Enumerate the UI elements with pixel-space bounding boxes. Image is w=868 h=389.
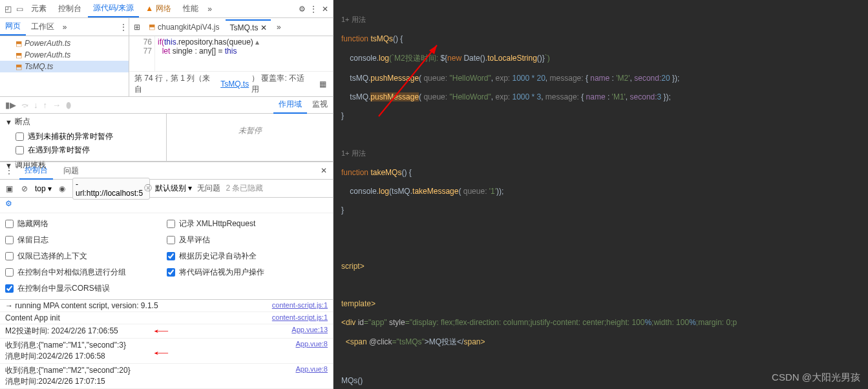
console-settings: 隐藏网络 保留日志 仅限已选择的上下文 在控制台中对相似消息进行分组 在控制台中… — [0, 213, 333, 300]
drawer-issues[interactable]: 问题 — [58, 163, 84, 179]
settings-icon[interactable]: ⚙ — [0, 198, 333, 213]
kebab-icon[interactable]: ⋮ — [118, 22, 129, 32]
nav-icon[interactable]: ⊞ — [132, 22, 142, 32]
log-source-link[interactable]: App.vue:8 — [290, 365, 328, 373]
sources-content: ⬒PowerAuth.ts ⬒PowerAuth.ts ⬒TsMQ.ts 767… — [0, 36, 333, 97]
bp-caught[interactable]: 在遇到异常时暂停 — [0, 143, 166, 157]
drawer-tabs: ⋮ 控制台 问题 ✕ — [0, 162, 333, 180]
kebab-icon[interactable]: ⋮ — [4, 165, 14, 176]
log-row[interactable]: → running MPA content script, version: 9… — [0, 300, 333, 312]
watermark: CSDN @大阳光男孩 — [772, 372, 860, 384]
tab-elements[interactable]: 元素 — [26, 1, 52, 17]
settings-icon[interactable]: ⚙ — [297, 4, 307, 14]
tab-performance[interactable]: 性能 — [178, 1, 204, 17]
file-tabs: ⊞ ⬒chuangkitApiV4.js TsMQ.ts ✕ » — [129, 19, 286, 35]
kebab-icon[interactable]: ⋮ — [308, 4, 319, 14]
devtools-panel: ◰ ▭ 元素 控制台 源代码/来源 ▲ 网络 性能 » ⚙ ⋮ ✕ 网页 工作区… — [0, 0, 333, 389]
file-icon: ⬒ — [16, 51, 22, 59]
devtools-main-tabs: ◰ ▭ 元素 控制台 源代码/来源 ▲ 网络 性能 » ⚙ ⋮ ✕ — [0, 0, 333, 18]
ide-editor[interactable]: 1+ 用法 function tsMQs() { console.log(`M2… — [333, 0, 868, 389]
no-issues: 无问题 — [197, 183, 220, 194]
step-icon[interactable]: → — [52, 100, 61, 110]
file-tab-1[interactable]: ⬒chuangkitApiV4.js — [145, 20, 223, 34]
pause-icon[interactable]: ▮▶ — [5, 100, 16, 110]
hidden-count[interactable]: 2 条已隐藏 — [226, 183, 263, 194]
debug-toolbar: ▮▶ ⤼ ↓ ↑ → ⬮ 作用域 监视 — [0, 97, 333, 114]
console-toolbar: ▣ ⊘ top ▾ ◉ -url:http://localhost:5ⓧ 默认级… — [0, 180, 333, 198]
more-tabs-icon[interactable]: » — [205, 4, 215, 14]
coverage-icon[interactable]: ▦ — [317, 79, 328, 89]
file-tree: ⬒PowerAuth.ts ⬒PowerAuth.ts ⬒TsMQ.ts — [0, 36, 129, 96]
log-source-link[interactable]: content-script.js:1 — [267, 301, 328, 309]
tab-workspace[interactable]: 工作区 — [26, 19, 59, 35]
opt-user-gesture[interactable]: 将代码评估视为用户操作 — [167, 267, 328, 278]
tree-item[interactable]: ⬒PowerAuth.ts — [0, 49, 129, 61]
device-icon[interactable]: ▭ — [14, 4, 25, 14]
log-source-link[interactable]: content-script.js:1 — [267, 313, 328, 321]
sources-subrow: 网页 工作区 » ⋮ ⊞ ⬒chuangkitApiV4.js TsMQ.ts … — [0, 18, 333, 36]
tab-console[interactable]: 控制台 — [53, 1, 87, 17]
close-icon[interactable]: ✕ — [260, 23, 267, 32]
bp-uncaught[interactable]: 遇到未捕获的异常时暂停 — [0, 130, 166, 143]
tab-page[interactable]: 网页 — [0, 18, 26, 36]
breakpoints-header[interactable]: ▼ 断点 — [0, 114, 166, 130]
context-selector[interactable]: top ▾ — [35, 184, 52, 193]
opt-cors-errors[interactable]: 在控制台中显示CORS错误 — [5, 283, 167, 294]
log-row[interactable]: 收到消息:{"name":"M2","second":20} 消息时间:2024… — [0, 364, 333, 389]
opt-group-similar[interactable]: 在控制台中对相似消息进行分组 — [5, 267, 167, 278]
opt-hide-network[interactable]: 隐藏网络 — [5, 218, 167, 229]
file-icon: ⬒ — [149, 23, 155, 31]
usage-hint: 1+ 用法 — [341, 15, 860, 25]
file-icon: ⬒ — [16, 39, 22, 48]
annotation-arrow: ← — [149, 324, 173, 338]
file-icon: ⬒ — [16, 63, 22, 71]
filter-input[interactable]: -url:http://localhost:5ⓧ — [72, 178, 150, 200]
log-source-link[interactable]: App.vue:13 — [286, 326, 328, 333]
opt-autocomplete[interactable]: 根据历史记录自动补全 — [167, 251, 328, 262]
drawer-console[interactable]: 控制台 — [19, 162, 53, 180]
tab-network[interactable]: ▲ 网络 — [140, 1, 176, 17]
tab-scope[interactable]: 作用域 — [273, 96, 307, 114]
opt-selected-context[interactable]: 仅限已选择的上下文 — [5, 251, 167, 262]
more-icon[interactable]: » — [59, 22, 70, 32]
console-log: → running MPA content script, version: 9… — [0, 300, 333, 389]
close-icon[interactable]: ✕ — [319, 165, 329, 176]
line-gutter: 7677 — [129, 36, 155, 71]
step-over-icon[interactable]: ⤼ — [21, 100, 28, 110]
log-row[interactable]: Content App initcontent-script.js:1 — [0, 312, 333, 324]
more-icon[interactable]: » — [273, 22, 284, 32]
paused-msg: 未暂停 — [167, 114, 333, 161]
opt-preserve-log[interactable]: 保留日志 — [5, 235, 167, 246]
annotation-arrow: ← — [149, 346, 173, 360]
opt-log-xhr[interactable]: 记录 XMLHttpRequest — [167, 218, 328, 229]
tab-sources[interactable]: 源代码/来源 — [88, 0, 139, 17]
tab-watch[interactable]: 监视 — [307, 96, 333, 114]
inspect-icon[interactable]: ◰ — [3, 4, 13, 14]
tree-item[interactable]: ⬒PowerAuth.ts — [0, 37, 129, 49]
status-line: 第 74 行，第 1 列（来自 TsMQ.ts） 覆盖率: 不适用 ▦ — [129, 71, 333, 96]
file-tab-2[interactable]: TsMQ.ts ✕ — [226, 19, 271, 35]
sidebar-toggle-icon[interactable]: ▣ — [4, 184, 14, 194]
close-icon[interactable]: ✕ — [320, 4, 330, 14]
eye-icon[interactable]: ◉ — [57, 184, 67, 194]
deactivate-icon[interactable]: ⬮ — [66, 100, 71, 110]
step-into-icon[interactable]: ↓ — [34, 100, 38, 110]
code-editor[interactable]: if(this.repository.has(queue) ▴ let sing… — [155, 36, 333, 71]
usage-hint: 1+ 用法 — [341, 149, 860, 158]
log-source-link[interactable]: App.vue:8 — [290, 340, 328, 348]
status-link[interactable]: TsMQ.ts — [220, 79, 249, 89]
level-selector[interactable]: 默认级别 ▾ — [155, 183, 192, 194]
clear-icon[interactable]: ⊘ — [19, 184, 30, 194]
opt-eager-eval[interactable]: 及早评估 — [167, 235, 328, 246]
tree-item-selected[interactable]: ⬒TsMQ.ts — [0, 61, 129, 72]
step-out-icon[interactable]: ↑ — [43, 100, 48, 110]
